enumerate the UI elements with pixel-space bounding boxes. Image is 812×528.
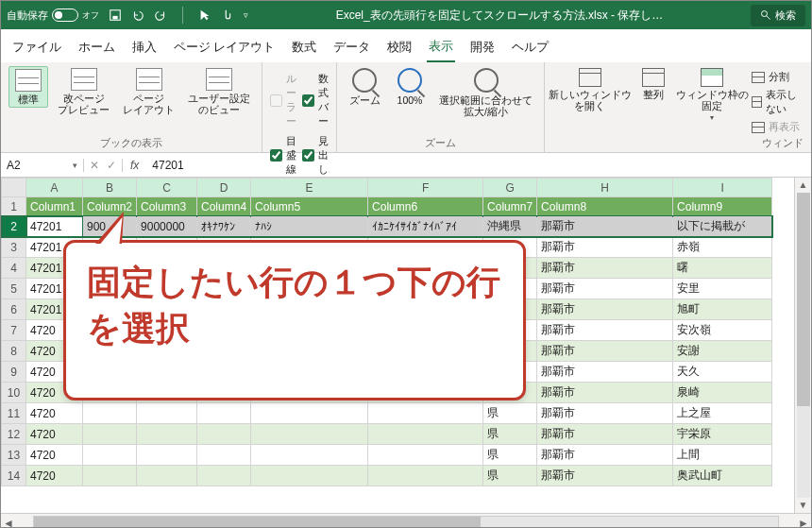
scroll-thumb[interactable] — [797, 193, 810, 406]
row-header[interactable]: 10 — [2, 383, 26, 403]
cell[interactable]: 曙 — [673, 258, 772, 279]
name-box[interactable]: A2 ▾ — [1, 159, 84, 172]
cell[interactable]: 安次嶺 — [673, 320, 772, 341]
search-box[interactable]: 検索 — [751, 5, 805, 26]
worksheet[interactable]: ABCDEFGHI1Column1▾Column2▾Column3▾Column… — [1, 178, 811, 513]
cell[interactable]: 赤嶺 — [673, 237, 772, 258]
redo-icon[interactable] — [154, 9, 167, 22]
undo-icon[interactable] — [131, 9, 144, 22]
table-header-cell[interactable]: Column9▾ — [673, 197, 772, 216]
table-row[interactable]: 124720県那覇市宇栄原 — [2, 424, 772, 445]
cell[interactable]: 旭町 — [673, 299, 772, 320]
cursor-icon[interactable] — [198, 9, 211, 22]
row-header[interactable]: 3 — [2, 237, 26, 258]
row-header[interactable]: 14 — [2, 466, 26, 486]
row-header[interactable]: 8 — [2, 341, 26, 362]
cell[interactable]: 沖縄県 — [483, 216, 537, 237]
cell[interactable] — [368, 424, 483, 445]
cell[interactable]: 那覇市 — [537, 445, 673, 466]
tab-review[interactable]: 校閲 — [385, 34, 414, 61]
cell[interactable]: ｲｶﾆｹｲｻｲｶﾞﾅｲﾊﾞｱｲ — [368, 216, 483, 237]
scroll-up-icon[interactable]: ▲ — [799, 178, 808, 193]
horizontal-scrollbar[interactable] — [33, 516, 779, 529]
scroll-down-icon[interactable]: ▼ — [799, 498, 808, 513]
cell[interactable] — [251, 445, 368, 466]
hundred-button[interactable]: 100% — [390, 66, 430, 108]
touch-icon[interactable] — [221, 9, 234, 22]
cell[interactable]: 4720 — [26, 424, 83, 445]
cell[interactable] — [197, 466, 251, 486]
cell[interactable]: 安謝 — [673, 341, 772, 362]
tab-data[interactable]: データ — [331, 34, 372, 61]
cell[interactable]: 那覇市 — [537, 403, 673, 424]
split-button[interactable]: 分割 — [752, 70, 808, 84]
row-header[interactable]: 2 — [2, 216, 26, 237]
row-header[interactable]: 1 — [2, 197, 26, 216]
column-header[interactable]: A — [26, 179, 83, 197]
cell[interactable]: 4720 — [26, 445, 83, 466]
cell[interactable]: 那覇市 — [537, 216, 673, 237]
table-row[interactable]: 144720県那覇市奥武山町 — [2, 466, 772, 486]
select-all-corner[interactable] — [2, 179, 26, 197]
ruler-checkbox[interactable]: ルーラー — [270, 72, 296, 128]
cell[interactable]: 県 — [483, 403, 537, 424]
zoom-button[interactable]: ズーム — [345, 66, 384, 108]
arrange-button[interactable]: 整列 — [634, 66, 673, 102]
cell[interactable] — [83, 445, 137, 466]
scroll-track[interactable] — [797, 193, 810, 498]
table-header-cell[interactable]: Column6▾ — [368, 197, 483, 216]
tab-home[interactable]: ホーム — [76, 34, 117, 61]
cell[interactable]: 那覇市 — [537, 383, 673, 403]
cell[interactable] — [83, 424, 137, 445]
cell[interactable]: 那覇市 — [537, 237, 673, 258]
cell[interactable]: ﾅﾊｼ — [251, 216, 368, 237]
cell[interactable] — [137, 403, 197, 424]
row-header[interactable]: 6 — [2, 299, 26, 320]
hscroll-thumb[interactable] — [34, 517, 481, 529]
formulabar-checkbox[interactable]: 数式バー — [302, 72, 329, 128]
cell[interactable] — [368, 445, 483, 466]
cell[interactable]: 那覇市 — [537, 362, 673, 383]
cell[interactable]: 上間 — [673, 445, 772, 466]
table-row[interactable]: 134720県那覇市上間 — [2, 445, 772, 466]
table-header-cell[interactable]: Column3▾ — [137, 197, 197, 216]
column-header[interactable]: D — [197, 179, 251, 197]
cell[interactable] — [251, 466, 368, 486]
tab-formulas[interactable]: 数式 — [290, 34, 318, 61]
cell[interactable]: 那覇市 — [537, 279, 673, 299]
save-icon[interactable] — [109, 9, 122, 22]
cell[interactable]: 那覇市 — [537, 258, 673, 279]
column-header[interactable]: E — [251, 179, 368, 197]
cell[interactable]: 泉崎 — [673, 383, 772, 403]
table-header-cell[interactable]: Column8▾ — [537, 197, 673, 216]
table-header-cell[interactable]: Column7▾ — [483, 197, 537, 216]
cell[interactable] — [251, 424, 368, 445]
row-header[interactable]: 9 — [2, 362, 26, 383]
cell[interactable]: 宇栄原 — [673, 424, 772, 445]
cell[interactable] — [83, 403, 137, 424]
cell[interactable]: 那覇市 — [537, 424, 673, 445]
cell[interactable]: 上之屋 — [673, 403, 772, 424]
fx-icon[interactable]: fx — [123, 159, 146, 172]
tab-pagelayout[interactable]: ページ レイアウト — [172, 34, 277, 61]
cell[interactable]: ｵｷﾅﾜｹﾝ — [197, 216, 251, 237]
hide-button[interactable]: 表示しない — [752, 88, 808, 116]
cell[interactable]: 県 — [483, 424, 537, 445]
table-header-cell[interactable]: Column4▾ — [197, 197, 251, 216]
cell[interactable]: 4720 — [26, 403, 83, 424]
formula-input[interactable]: 47201 — [146, 159, 811, 172]
newwindow-button[interactable]: 新しいウィンドウ を開く — [552, 66, 628, 113]
column-header[interactable]: B — [83, 179, 137, 197]
scroll-left-icon[interactable]: ◄ — [1, 517, 16, 529]
column-header[interactable]: G — [483, 179, 537, 197]
table-row[interactable]: 114720県那覇市上之屋 — [2, 403, 772, 424]
cell[interactable] — [368, 403, 483, 424]
pagebreak-button[interactable]: 改ページ プレビュー — [54, 66, 113, 117]
tab-file[interactable]: ファイル — [10, 34, 63, 61]
customview-button[interactable]: ユーザー設定 のビュー — [184, 66, 254, 117]
row-header[interactable]: 7 — [2, 320, 26, 341]
row-header[interactable]: 12 — [2, 424, 26, 445]
cancel-icon[interactable]: ✕ — [90, 159, 99, 172]
cell[interactable] — [137, 424, 197, 445]
cell[interactable]: 4720 — [26, 466, 83, 486]
